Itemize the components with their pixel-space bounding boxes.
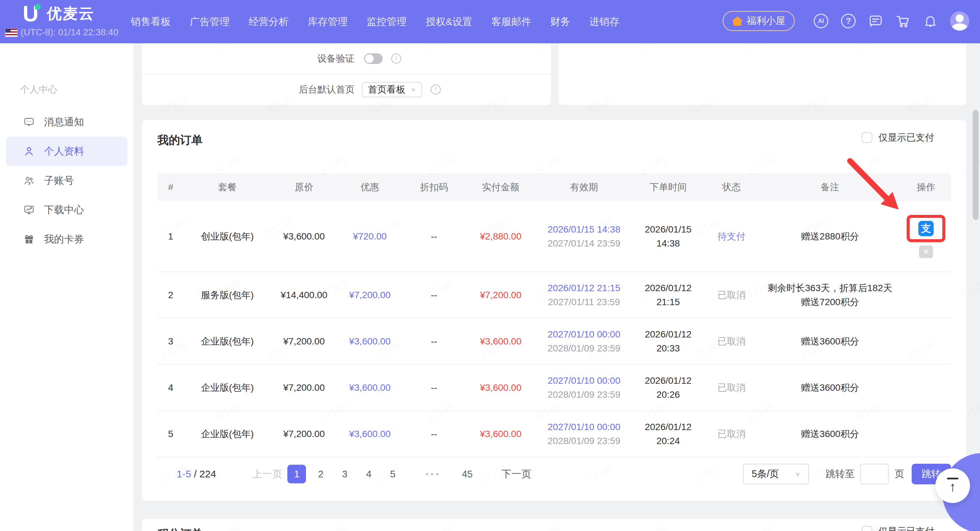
order-date: 2026/01/12 [632, 281, 704, 295]
device-verify-toggle[interactable] [364, 53, 383, 64]
validity-start-link[interactable]: 2027/01/10 00:00 [536, 374, 632, 388]
cell-paid-amount: ¥3,600.00 [466, 318, 536, 365]
cell-discount-code: -- [402, 365, 466, 411]
nav-item-5[interactable]: 监控管理 [367, 15, 407, 29]
cell-plan: 创业版(包年) [184, 201, 270, 272]
cell-actions [901, 272, 951, 318]
order-date: 2026/01/12 [632, 420, 704, 434]
cart-icon[interactable] [895, 13, 911, 29]
default-home-select[interactable]: 首页看板 ∨ [362, 82, 422, 97]
next-page-button[interactable]: 下一页 [501, 468, 531, 481]
sidebar-section-title: 个人中心 [20, 83, 133, 96]
cell-paid-amount: ¥2,880.00 [466, 201, 536, 272]
user-avatar[interactable] [950, 11, 969, 31]
nav-item-6[interactable]: 授权&设置 [426, 15, 473, 29]
page-button-4[interactable]: 4 [360, 465, 378, 483]
orders-title: 我的订单 [158, 133, 203, 148]
order-row-2: 2服务版(包年)¥14,400.00¥7,200.00--¥7,200.0020… [158, 272, 951, 318]
validity-start-link[interactable]: 2027/01/10 00:00 [536, 328, 632, 341]
cell-status: 待支付 [704, 201, 759, 272]
page-button-2[interactable]: 2 [311, 465, 330, 483]
brand-logo[interactable]: U 优麦云 [23, 2, 95, 25]
page-button-3[interactable]: 3 [335, 465, 354, 483]
sidebar: 个人中心 消息通知个人资料子账号下载中心我的卡券 [0, 43, 133, 531]
validity-start-link[interactable]: 2026/01/15 14:38 [536, 222, 632, 236]
paid-only-filter[interactable]: 仅显示已支付 [862, 131, 934, 144]
help-icon[interactable]: ? [841, 13, 856, 29]
order-row-3: 3企业版(包年)¥7,200.00¥3,600.00--¥3,600.00202… [158, 318, 951, 365]
nav-item-1[interactable]: 销售看板 [130, 15, 171, 29]
ai-assistant-icon[interactable]: AI [813, 13, 829, 29]
brand-name: 优麦云 [47, 4, 95, 24]
cell-validity: 2027/01/10 00:002028/01/09 23:59 [536, 411, 632, 457]
notifications-icon[interactable] [923, 13, 938, 29]
jump-to-label: 跳转至 [826, 468, 855, 481]
points-orders-title: 积分订单 [158, 526, 203, 531]
cell-index: 5 [158, 411, 184, 457]
column-header-1: # [158, 173, 184, 201]
feedback-icon[interactable] [868, 13, 883, 29]
cell-discount: ¥3,600.00 [337, 318, 402, 365]
points-paid-only-checkbox[interactable] [862, 526, 872, 531]
order-time: 14:38 [632, 236, 704, 250]
cell-plan: 服务版(包年) [184, 272, 270, 318]
sidebar-item-download[interactable]: 下载中心 [6, 195, 127, 225]
account-settings-card: 设备验证 ! 后台默认首页 首页看板 ∨ ! [142, 43, 551, 105]
cell-original-price: ¥14,400.00 [270, 272, 337, 318]
remark-line: 剩余时长363天，折算后182天 [759, 281, 901, 295]
main-nav: 销售看板广告管理经营分析库存管理监控管理授权&设置客服邮件财务进销存 [130, 12, 619, 31]
cell-order-time: 2026/01/1220:26 [632, 365, 704, 411]
page-button-5[interactable]: 5 [383, 465, 402, 483]
cell-remark: 赠送2880积分 [759, 201, 901, 272]
page-button-1[interactable]: 1 [287, 465, 306, 483]
cell-validity: 2026/01/15 14:382027/01/14 23:59 [536, 201, 632, 272]
nav-item-9[interactable]: 进销存 [589, 15, 619, 29]
remark-line: 赠送3600积分 [759, 334, 901, 349]
chevron-down-icon: ∨ [410, 87, 416, 93]
page-suffix-label: 页 [895, 468, 904, 481]
page-size-select[interactable]: 5条/页 ∨ [743, 464, 809, 484]
nav-item-7[interactable]: 客服邮件 [492, 15, 531, 29]
prev-page-button[interactable]: 上一页 [252, 468, 282, 481]
points-paid-only-filter[interactable]: 仅显示已支付 [862, 525, 934, 531]
sidebar-item-message[interactable]: 消息通知 [6, 107, 127, 136]
cell-remark: 赠送3600积分 [759, 318, 901, 365]
pagination-bar: 1-5 / 224 上一页 12345 ••• 45 下一页 5条/页 ∨ 跳转… [158, 460, 951, 488]
cell-status: 已取消 [704, 272, 759, 318]
nav-item-4[interactable]: 库存管理 [308, 15, 348, 29]
chevron-down-icon: ∨ [795, 471, 800, 477]
paid-only-checkbox[interactable] [862, 132, 872, 143]
cell-discount: ¥3,600.00 [337, 365, 402, 411]
validity-start-link[interactable]: 2026/01/12 21:15 [536, 281, 632, 295]
sidebar-item-label: 下载中心 [44, 203, 84, 217]
default-home-info-icon[interactable]: ! [431, 85, 441, 95]
cell-remark: 赠送3600积分 [759, 365, 901, 411]
cell-order-time: 2026/01/1220:24 [632, 411, 704, 457]
column-header-4: 优惠 [337, 173, 402, 201]
device-verify-info-icon[interactable]: ! [391, 54, 401, 63]
page-scrollbar[interactable] [973, 110, 978, 220]
cancel-order-button[interactable]: ✕ [919, 246, 933, 258]
cell-status: 已取消 [704, 318, 759, 365]
my-orders-card: 我的订单 仅显示已支付 #套餐原价优惠折扣码实付金额有效期下单时间状态备注操作 … [142, 120, 966, 501]
order-row-1: 1创业版(包年)¥3,600.00¥720.00--¥2,880.002026/… [158, 201, 951, 272]
cell-order-time: 2026/01/1221:15 [632, 272, 704, 318]
back-to-top-button[interactable]: ↑ [935, 468, 970, 503]
cell-paid-amount: ¥3,600.00 [466, 411, 536, 457]
welfare-house-button[interactable]: 福利小屋 [723, 11, 795, 31]
gift-icon [6, 233, 44, 245]
jump-page-input[interactable] [860, 464, 889, 484]
alipay-pay-button[interactable]: 支 [918, 221, 934, 236]
nav-item-2[interactable]: 广告管理 [190, 15, 230, 29]
user-icon [6, 146, 44, 157]
column-header-5: 折扣码 [402, 173, 466, 201]
nav-item-3[interactable]: 经营分析 [249, 15, 289, 29]
sidebar-item-team[interactable]: 子账号 [6, 166, 127, 195]
last-page-button[interactable]: 45 [462, 469, 473, 480]
validity-start-link[interactable]: 2027/01/10 00:00 [536, 420, 632, 434]
nav-item-8[interactable]: 财务 [550, 15, 570, 29]
cell-paid-amount: ¥3,600.00 [466, 365, 536, 411]
sidebar-item-gift[interactable]: 我的卡券 [6, 225, 127, 254]
sidebar-item-user[interactable]: 个人资料 [6, 136, 127, 166]
cell-validity: 2026/01/12 21:152027/01/11 23:59 [536, 272, 632, 318]
